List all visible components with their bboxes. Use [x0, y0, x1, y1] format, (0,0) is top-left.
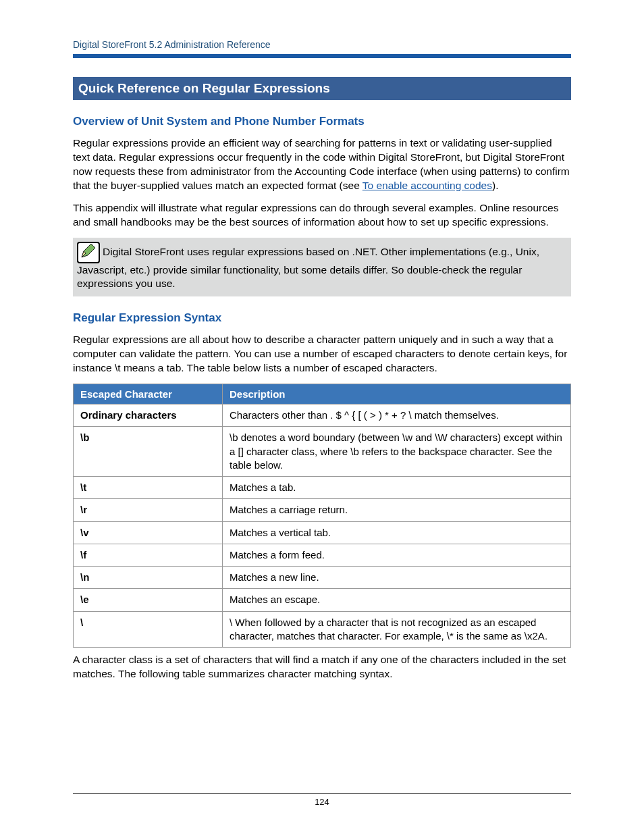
overview-p1-text-b: ). — [492, 180, 498, 191]
syntax-intro: Regular expressions are all about how to… — [73, 333, 571, 375]
table-cell-desc: Matches a new line. — [223, 567, 571, 589]
table-row: \e Matches an escape. — [74, 589, 571, 611]
table-header-desc: Description — [223, 384, 571, 405]
table-row: \ \ When followed by a character that is… — [74, 611, 571, 648]
section-banner: Quick Reference on Regular Expressions — [73, 77, 571, 100]
table-cell-char: \v — [74, 521, 223, 544]
table-header-char: Escaped Character — [74, 384, 223, 405]
table-cell-desc: \ When followed by a character that is n… — [223, 611, 571, 648]
table-cell-char: \ — [74, 611, 223, 648]
table-row: \r Matches a carriage return. — [74, 499, 571, 521]
table-cell-desc: Matches a tab. — [223, 477, 571, 499]
table-cell-char: \n — [74, 567, 223, 589]
header-rule — [73, 54, 571, 58]
note-text: Digital StoreFront uses regular expressi… — [77, 246, 539, 290]
page-footer: 124 — [0, 793, 644, 807]
table-cell-desc: Characters other than . $ ^ { [ ( > ) * … — [223, 405, 571, 427]
table-cell-char: \e — [74, 589, 223, 611]
table-cell-desc: \b denotes a word boundary (between \w a… — [223, 427, 571, 477]
table-cell-desc: Matches a carriage return. — [223, 499, 571, 521]
table-row: \b \b denotes a word boundary (between \… — [74, 427, 571, 477]
enable-accounting-codes-link[interactable]: To enable accounting codes — [363, 180, 492, 191]
escaped-char-table: Escaped Character Description Ordinary c… — [73, 384, 571, 648]
table-row: Ordinary characters Characters other tha… — [74, 405, 571, 427]
syntax-outro: A character class is a set of characters… — [73, 653, 571, 681]
table-cell-char: \b — [74, 427, 223, 477]
table-cell-char: Ordinary characters — [74, 405, 223, 427]
table-cell-desc: Matches a vertical tab. — [223, 521, 571, 544]
table-row: \f Matches a form feed. — [74, 544, 571, 566]
note-box: Digital StoreFront uses regular expressi… — [73, 238, 571, 297]
footer-rule — [73, 793, 571, 794]
table-cell-char: \t — [74, 477, 223, 499]
page-number: 124 — [315, 797, 329, 807]
table-cell-char: \r — [74, 499, 223, 521]
table-row: \n Matches a new line. — [74, 567, 571, 589]
table-row: \t Matches a tab. — [74, 477, 571, 499]
table-cell-desc: Matches an escape. — [223, 589, 571, 611]
overview-paragraph-1: Regular expressions provide an efficient… — [73, 136, 571, 193]
table-cell-char: \f — [74, 544, 223, 566]
table-cell-desc: Matches a form feed. — [223, 544, 571, 566]
overview-paragraph-2: This appendix will illustrate what regul… — [73, 201, 571, 230]
overview-heading: Overview of Unit System and Phone Number… — [73, 115, 571, 128]
syntax-heading: Regular Expression Syntax — [73, 311, 571, 325]
page: Digital StoreFront 5.2 Administration Re… — [0, 0, 644, 834]
table-row: \v Matches a vertical tab. — [74, 521, 571, 544]
pencil-note-icon — [77, 242, 100, 263]
doc-header: Digital StoreFront 5.2 Administration Re… — [73, 39, 571, 50]
